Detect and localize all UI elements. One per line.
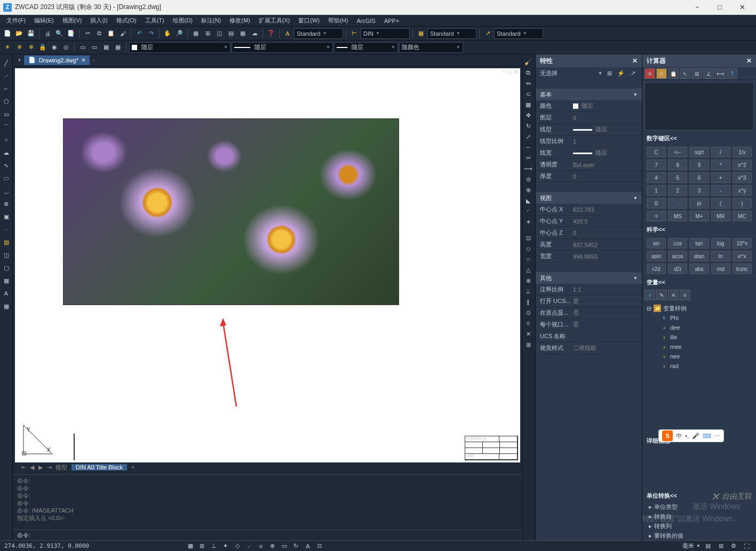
stretch-icon[interactable]: ↔ bbox=[523, 142, 534, 153]
properties-close-icon[interactable]: ✕ bbox=[632, 57, 638, 65]
prop-row[interactable]: UCS 名称 bbox=[536, 331, 642, 342]
prop-value[interactable]: 420.5 bbox=[571, 218, 642, 225]
polygon-icon[interactable]: ⬠ bbox=[1, 95, 12, 107]
join-icon[interactable]: ⊕ bbox=[523, 185, 534, 195]
calc-btn-0[interactable]: 0 bbox=[647, 198, 666, 209]
vp4-icon[interactable]: ▦ bbox=[113, 42, 123, 53]
block-icon[interactable]: ▣ bbox=[1, 211, 12, 222]
maximize-button[interactable]: □ bbox=[709, 2, 730, 13]
section-other[interactable]: 其他▼ bbox=[536, 272, 642, 284]
tab-first-icon[interactable]: ⇤ bbox=[17, 464, 26, 471]
var-calc-icon[interactable]: ≡ bbox=[680, 290, 690, 300]
circle-icon[interactable]: ○ bbox=[1, 134, 12, 146]
menu-arcgis[interactable]: ArcGIS bbox=[352, 17, 379, 25]
calc-btn-asin[interactable]: asin bbox=[647, 251, 666, 261]
tab-menu-icon[interactable]: ▼ bbox=[15, 58, 24, 63]
tab-last-icon[interactable]: ⇥ bbox=[43, 464, 51, 471]
tab-prev-icon[interactable]: ◀ bbox=[26, 464, 34, 471]
calc-btn-6[interactable]: 6 bbox=[689, 172, 709, 183]
minimize-button[interactable]: − bbox=[687, 2, 708, 13]
vp2-icon[interactable]: ▭ bbox=[89, 42, 100, 53]
var-item[interactable]: 𝑥mee bbox=[644, 342, 754, 352]
menu-help[interactable]: 帮助(H) bbox=[324, 15, 352, 26]
prop-value[interactable]: 1 bbox=[571, 138, 642, 145]
viewport-close-icon[interactable]: ✕ bbox=[513, 68, 518, 76]
layer-off-icon[interactable]: ◉ bbox=[49, 42, 60, 53]
mtext-icon[interactable]: ▦ bbox=[1, 300, 12, 312]
calc-btn-MS[interactable]: MS bbox=[668, 211, 687, 221]
extend-icon[interactable]: ⟶ bbox=[523, 163, 534, 174]
prop-row[interactable]: 每个视口...否 bbox=[536, 319, 642, 331]
model-icon[interactable]: ▭ bbox=[279, 542, 290, 550]
gradient-icon[interactable]: ◫ bbox=[1, 249, 12, 261]
insert-icon[interactable]: ⊕ bbox=[1, 198, 12, 210]
prop-row[interactable]: 视觉样式二维线框 bbox=[536, 342, 642, 354]
prop-value[interactable]: 1:1 bbox=[571, 286, 642, 293]
drawing-canvas[interactable]: Y X designed by date bbox=[15, 76, 520, 462]
calc-help-icon[interactable]: ? bbox=[727, 68, 737, 79]
var-item[interactable]: 𝑥rad bbox=[644, 361, 754, 371]
viewport-max-icon[interactable]: □ bbox=[507, 68, 511, 76]
var-new-icon[interactable]: 𝑥 bbox=[644, 290, 655, 300]
layer-freeze-icon[interactable]: ❄ bbox=[26, 42, 36, 53]
text-icon[interactable]: A bbox=[1, 288, 12, 299]
selection-arrow-icon[interactable]: ▼ bbox=[598, 71, 602, 76]
copy2-icon[interactable]: ⧉ bbox=[523, 67, 534, 78]
table-icon[interactable]: ▦ bbox=[1, 275, 12, 286]
design-center-icon[interactable]: ▤ bbox=[226, 28, 236, 39]
osnap5-icon[interactable]: ⊗ bbox=[523, 275, 534, 286]
prop-value[interactable]: 998.8853 bbox=[571, 253, 642, 260]
command-input[interactable]: 命令: bbox=[13, 530, 522, 540]
calc-btn-log[interactable]: log bbox=[711, 238, 730, 249]
var-item[interactable]: 𝑥dee bbox=[644, 323, 754, 332]
selectobj-icon[interactable]: ↗ bbox=[628, 68, 638, 78]
dimstyle-icon[interactable]: ⊢ bbox=[349, 28, 360, 39]
calc-btn-ex[interactable]: e^x bbox=[733, 251, 752, 261]
offset-icon[interactable]: ⊂ bbox=[523, 89, 534, 99]
calc-btn-xy[interactable]: x^y bbox=[733, 185, 752, 196]
prop-value[interactable]: 0 bbox=[571, 115, 642, 121]
prop-row[interactable]: 颜色随层 bbox=[536, 100, 642, 112]
status-b-icon[interactable]: ⊞ bbox=[715, 542, 726, 550]
rotate-icon[interactable]: ↻ bbox=[523, 121, 534, 131]
prop-row[interactable]: 线型随层 bbox=[536, 124, 642, 135]
prop-row[interactable]: 厚度0 bbox=[536, 171, 642, 182]
explode-icon[interactable]: ✴ bbox=[523, 217, 534, 227]
tab-layout[interactable]: DIN A0 Title Block bbox=[71, 464, 127, 470]
cloud-icon[interactable]: ☁ bbox=[249, 28, 260, 39]
prop-value[interactable]: 二维线框 bbox=[571, 344, 642, 352]
prop-row[interactable]: 中心点 Y420.5 bbox=[536, 215, 642, 227]
polyline-icon[interactable]: ⌐ bbox=[1, 83, 12, 94]
point-icon[interactable]: · bbox=[1, 223, 12, 235]
calc-btn-abs[interactable]: abs bbox=[689, 263, 709, 274]
prop-value[interactable]: 0 bbox=[571, 230, 642, 236]
calc-btn-d2r[interactable]: d2r bbox=[668, 263, 687, 274]
help-icon[interactable]: ❓ bbox=[266, 28, 276, 39]
menu-dim[interactable]: 标注(N) bbox=[197, 15, 225, 26]
menu-window[interactable]: 窗口(W) bbox=[294, 15, 324, 26]
prop-row[interactable]: 中心点 Z0 bbox=[536, 227, 642, 239]
vp3-icon[interactable]: ▦ bbox=[101, 42, 112, 53]
ellipse-icon[interactable]: ⬭ bbox=[1, 172, 12, 184]
paste-icon[interactable]: 📋 bbox=[106, 28, 116, 39]
osnap7-icon[interactable]: ∥ bbox=[523, 297, 534, 307]
status-c-icon[interactable]: ⚙ bbox=[728, 542, 739, 550]
lwt-icon[interactable]: ≡ bbox=[256, 542, 266, 550]
color-combo[interactable]: 随颜色▼ bbox=[399, 42, 463, 53]
calc-btn-x3[interactable]: x^3 bbox=[733, 172, 752, 183]
break-icon[interactable]: ⊘ bbox=[523, 174, 534, 185]
calc-sci-hdr[interactable]: 科学<< bbox=[642, 223, 756, 236]
var-edit-icon[interactable]: ✎ bbox=[656, 290, 667, 300]
undo-icon[interactable]: ↶ bbox=[134, 28, 145, 39]
calc-hist-icon[interactable]: ⎘ bbox=[656, 68, 667, 79]
tools-icon[interactable]: ▦ bbox=[237, 28, 248, 39]
calc-btn-C[interactable]: C bbox=[647, 147, 666, 157]
zoom-icon[interactable]: 🔎 bbox=[174, 28, 185, 39]
redo-icon[interactable]: ↷ bbox=[146, 28, 156, 39]
calc-btn-sqrt[interactable]: sqrt bbox=[689, 147, 709, 157]
osnap11-icon[interactable]: ⊞ bbox=[523, 339, 534, 350]
prop-value[interactable]: 是 bbox=[571, 297, 642, 305]
pickadd-icon[interactable]: ⚡ bbox=[616, 68, 626, 78]
revcloud-icon[interactable]: ☁ bbox=[1, 147, 12, 158]
calc-btn-9[interactable]: 9 bbox=[689, 159, 709, 170]
